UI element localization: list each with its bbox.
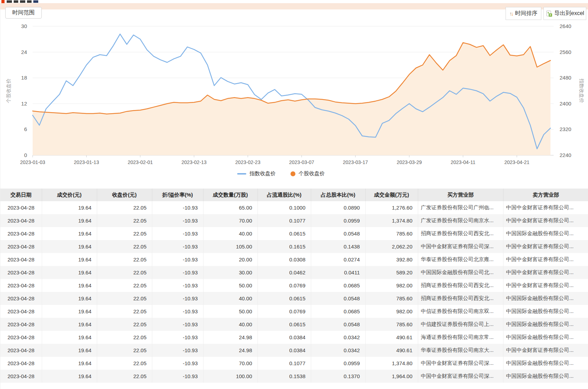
table-cell: 0.0615 (258, 227, 311, 240)
table-cell: -10.93 (152, 318, 203, 331)
table-cell: 24.98 (203, 344, 258, 357)
table-cell: 2023-04-28 (0, 201, 42, 214)
table-cell: 22.05 (97, 357, 152, 370)
table-cell: -10.93 (152, 240, 203, 253)
legend-item-index-close[interactable]: 指数收盘价 (237, 170, 276, 177)
table-row: 2023-04-2819.6422.05-10.9340.000.06150.0… (0, 292, 588, 305)
svg-text:2023-04-21: 2023-04-21 (504, 159, 529, 165)
table-cell: 华泰证券股份有限公司南京大... (418, 344, 503, 357)
table-cell: 2023-04-28 (0, 331, 42, 344)
table-row: 2023-04-2819.6422.05-10.9365.000.10000.0… (0, 201, 588, 214)
export-excel-button[interactable]: x 导出到excel (543, 7, 586, 20)
table-cell: 中信证券股份有限公司南京双... (418, 305, 503, 318)
price-chart: 30264024256018248012240062320022402023-0… (0, 21, 588, 170)
table-cell: 招商证券股份有限公司西安北... (418, 279, 503, 292)
table-cell: 0.0548 (311, 227, 365, 240)
chart-legend: 指数收盘价 个股收盘价 (0, 170, 562, 177)
table-cell: 2023-04-28 (0, 266, 42, 279)
table-cell: 0.0769 (258, 279, 311, 292)
header-accent-strip (0, 3, 588, 9)
table-cell: 0.1370 (311, 370, 365, 383)
table-row: 2023-04-2819.6422.05-10.9324.980.03840.0… (0, 344, 588, 357)
table-cell: 22.05 (97, 227, 152, 240)
table-cell: 19.64 (42, 240, 97, 253)
table-cell: 19.64 (42, 357, 97, 370)
table-cell: 2023-04-28 (0, 357, 42, 370)
table-cell: 50.00 (203, 279, 258, 292)
table-cell: 中国国际金融股份有限公司... (503, 305, 588, 318)
table-cell: 广发证券股份有限公司南京水... (418, 214, 503, 227)
legend-label: 指数收盘价 (249, 170, 276, 177)
table-cell: 0.0308 (258, 253, 311, 266)
legend-item-stock-close[interactable]: 个股收盘价 (290, 170, 325, 177)
table-row: 2023-04-2819.6422.05-10.9320.000.03080.0… (0, 253, 588, 266)
svg-text:24: 24 (21, 49, 27, 55)
table-cell: 0.0685 (311, 305, 365, 318)
time-sort-button[interactable]: ↑↓ 时间排序 (506, 7, 541, 20)
table-row: 2023-04-2819.6422.05-10.9350.000.07690.0… (0, 305, 588, 318)
svg-text:18: 18 (21, 75, 27, 81)
table-cell: 中国中金财富证券有限公司... (503, 344, 588, 357)
svg-text:x: x (549, 13, 551, 16)
column-header: 占流通股比(%) (258, 189, 311, 201)
table-cell: 中国中金财富证券有限公司深... (418, 240, 503, 253)
table-cell: 70.00 (203, 214, 258, 227)
table-cell: 0.0548 (311, 318, 365, 331)
table-cell: -10.93 (152, 292, 203, 305)
table-cell: 22.05 (97, 305, 152, 318)
table-cell: 22.05 (97, 253, 152, 266)
table-cell: 2023-04-28 (0, 253, 42, 266)
table-cell: 海通证券股份有限公司南京常... (418, 331, 503, 344)
table-cell: -10.93 (152, 305, 203, 318)
svg-text:2023-03-07: 2023-03-07 (289, 159, 314, 165)
table-cell: 0.0342 (311, 331, 365, 344)
table-cell: -10.93 (152, 279, 203, 292)
table-cell: 19.64 (42, 370, 97, 383)
table-cell: 0.0411 (311, 266, 365, 279)
title-marker-icon (1, 0, 5, 3)
svg-text:2023-03-17: 2023-03-17 (343, 159, 368, 165)
column-header: 成交价(元) (42, 189, 97, 201)
table-cell: 2023-04-28 (0, 370, 42, 383)
table-cell: 2023-04-28 (0, 305, 42, 318)
table-cell: -10.93 (152, 331, 203, 344)
table-cell: -10.93 (152, 201, 203, 214)
table-cell: 19.64 (42, 214, 97, 227)
table-cell: 19.64 (42, 227, 97, 240)
table-cell: 0.0462 (258, 266, 311, 279)
table-cell: 0.0274 (311, 253, 365, 266)
table-cell: 中国中金财富证券有限公司... (503, 266, 588, 279)
table-header-row: 交易日期成交价(元)收盘价(元)折/溢价率(%)成交数量(万股)占流通股比(%)… (0, 189, 588, 201)
table-cell: 0.0384 (258, 344, 311, 357)
table-cell: 22.05 (97, 292, 152, 305)
table-cell: 中国国际金融股份有限公司... (503, 227, 588, 240)
table-cell: 19.64 (42, 253, 97, 266)
table-cell: 40.00 (203, 318, 258, 331)
table-cell: 2023-04-28 (0, 344, 42, 357)
table-row: 2023-04-2819.6422.05-10.93100.000.15380.… (0, 370, 588, 383)
table-cell: 2023-04-28 (0, 214, 42, 227)
table-cell: 招商证券股份有限公司西安北... (418, 292, 503, 305)
table-cell: 22.05 (97, 331, 152, 344)
table-cell: 19.64 (42, 279, 97, 292)
table-cell: 1,374.80 (365, 357, 418, 370)
svg-text:2023-01-13: 2023-01-13 (74, 159, 99, 165)
trades-table: 交易日期成交价(元)收盘价(元)折/溢价率(%)成交数量(万股)占流通股比(%)… (0, 189, 588, 383)
table-cell: 19.64 (42, 344, 97, 357)
svg-text:2023-01-03: 2023-01-03 (20, 159, 45, 165)
table-cell: 0.0959 (311, 357, 365, 370)
legend-label: 个股收盘价 (299, 170, 325, 177)
table-cell: 70.00 (203, 357, 258, 370)
column-header: 收盘价(元) (97, 189, 152, 201)
column-header: 成交金额(万元) (365, 189, 418, 201)
table-cell: -10.93 (152, 253, 203, 266)
column-header: 卖方营业部 (503, 189, 588, 201)
table-row: 2023-04-2819.6422.05-10.9350.000.07690.0… (0, 279, 588, 292)
time-range-button[interactable]: 时间范围 (5, 7, 42, 19)
svg-text:2640: 2640 (560, 23, 571, 29)
table-cell: 50.00 (203, 305, 258, 318)
table-cell: 0.0890 (311, 201, 365, 214)
legend-dot-swatch-icon (290, 171, 295, 176)
table-cell: 1,276.60 (365, 201, 418, 214)
table-cell: 22.05 (97, 266, 152, 279)
